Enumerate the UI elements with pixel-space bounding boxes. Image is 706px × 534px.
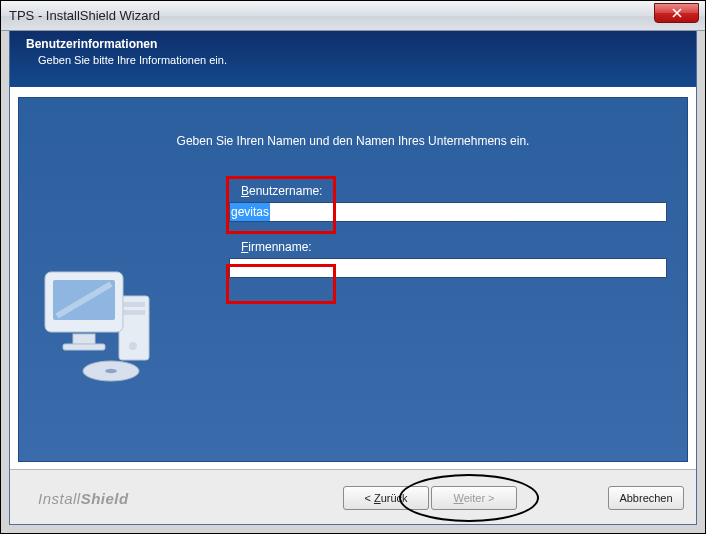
computer-illustration-icon [33,248,173,388]
next-button[interactable]: Weiter > [431,486,517,510]
client-area: Benutzerinformationen Geben Sie bitte Ih… [9,31,697,525]
username-input[interactable]: gevitas [229,202,667,222]
form-prompt: Geben Sie Ihren Namen und den Namen Ihre… [19,134,687,148]
window-title: TPS - InstallShield Wizard [9,8,160,23]
wizard-header: Benutzerinformationen Geben Sie bitte Ih… [10,31,696,87]
close-icon [672,8,682,18]
company-label: Firmenname: [229,234,667,254]
company-row: Firmenname: [229,234,667,278]
svg-rect-5 [129,342,137,350]
header-subtitle: Geben Sie bitte Ihre Informationen ein. [26,54,680,66]
username-label: Benutzername: [229,178,667,198]
svg-point-1 [105,369,117,373]
username-value: gevitas [230,203,270,221]
username-row: Benutzername: gevitas [229,178,667,222]
wizard-footer: InstallShield < Zurück Weiter > Abbreche… [10,469,696,524]
titlebar: TPS - InstallShield Wizard [1,1,705,31]
back-button[interactable]: < Zurück [343,486,429,510]
main-panel: Geben Sie Ihren Namen und den Namen Ihre… [18,97,688,462]
svg-rect-3 [123,302,145,307]
header-title: Benutzerinformationen [26,37,680,51]
company-input[interactable] [229,258,667,278]
cancel-button[interactable]: Abbrechen [608,486,684,510]
close-button[interactable] [654,3,699,23]
svg-rect-4 [123,310,145,315]
form-area: Benutzername: gevitas Firmenname: [229,178,667,278]
svg-rect-8 [73,334,95,344]
installshield-brand: InstallShield [38,490,129,507]
svg-rect-9 [63,344,105,350]
